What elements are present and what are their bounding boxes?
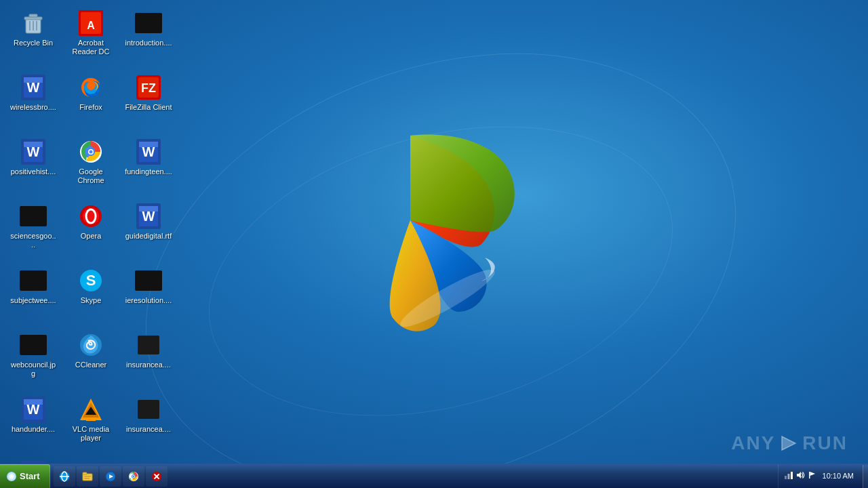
icon-sciencesgoo[interactable]: sciencesgoo....	[7, 200, 60, 261]
taskbar-security-button[interactable]	[146, 466, 167, 487]
icon-firefox[interactable]: Firefox	[64, 71, 117, 132]
subjectwee-icon	[20, 267, 47, 294]
icon-subjectwee[interactable]: subjectwee....	[7, 264, 60, 325]
icon-guidedigital[interactable]: W guidedigital.rtf	[122, 200, 175, 261]
svg-rect-13	[24, 77, 43, 83]
svg-rect-61	[84, 476, 91, 477]
icon-positivehist[interactable]: W positivehist....	[7, 136, 60, 197]
svg-point-0	[395, 262, 500, 334]
webcouncil-label: webcouncil.jpg	[9, 361, 57, 378]
taskbar-chrome-button[interactable]	[123, 466, 144, 487]
taskbar: Start	[0, 464, 868, 488]
svg-rect-74	[791, 472, 793, 479]
anyrun-text: ANY	[731, 432, 775, 454]
sound-tray-icon[interactable]	[795, 470, 805, 482]
svg-marker-75	[797, 472, 801, 479]
opera-icon	[77, 203, 104, 230]
firefox-label: Firefox	[79, 103, 102, 112]
opera-label: Opera	[81, 232, 102, 241]
anyrun-play-icon	[779, 434, 798, 453]
svg-point-27	[90, 150, 93, 154]
sciencesgoo-label: sciencesgoo....	[9, 232, 57, 249]
svg-point-68	[132, 475, 134, 476]
handunder-icon: W	[20, 396, 47, 423]
svg-rect-45	[24, 399, 43, 405]
svg-rect-62	[84, 478, 90, 479]
recycle-bin-label: Recycle Bin	[14, 39, 53, 47]
icon-recycle-bin[interactable]: Recycle Bin	[7, 7, 60, 68]
bg-swoosh-1	[85, 0, 797, 488]
introduction-label: introduction....	[125, 39, 172, 47]
icon-insurancea2[interactable]: insurancea....	[122, 393, 175, 454]
fundingteen-icon: W	[135, 138, 162, 165]
system-tray: 10:10 AM	[778, 464, 863, 489]
svg-text:S: S	[86, 272, 96, 289]
taskbar-media-button[interactable]	[100, 466, 121, 487]
webcouncil-icon	[20, 331, 47, 359]
taskbar-ie-button[interactable]	[54, 466, 75, 487]
svg-rect-50	[86, 420, 96, 421]
icon-insurancea1[interactable]: insurancea....	[122, 329, 175, 390]
vlc-label: VLC media player	[67, 425, 115, 443]
filezilla-label: FileZilla Client	[125, 103, 172, 112]
network-tray-icon[interactable]	[784, 470, 793, 482]
taskbar-explorer-button[interactable]	[77, 466, 98, 487]
svg-marker-77	[810, 472, 815, 476]
icon-introduction[interactable]: introduction....	[122, 7, 175, 68]
chrome-taskbar-icon	[127, 470, 140, 483]
desktop-icons-container: Recycle Bin A Acrobat Reader DC introduc…	[3, 3, 180, 488]
system-clock[interactable]: 10:10 AM	[819, 471, 857, 481]
insurancea1-icon	[135, 331, 162, 359]
icon-vlc[interactable]: VLC media player	[64, 393, 117, 454]
chrome-icon	[77, 138, 104, 165]
icon-handunder[interactable]: W handunder....	[7, 393, 60, 454]
desktop: Recycle Bin A Acrobat Reader DC introduc…	[0, 0, 868, 488]
skype-icon: S	[77, 267, 104, 294]
ccleaner-label: CCleaner	[75, 361, 106, 369]
chrome-label: Google Chrome	[67, 167, 115, 185]
ccleaner-icon	[77, 331, 104, 359]
ieresolution-icon	[135, 267, 162, 294]
insurancea2-icon	[135, 396, 162, 423]
icon-wirelessbro[interactable]: W wirelessbro....	[7, 71, 60, 132]
svg-rect-76	[809, 472, 810, 479]
svg-text:A: A	[87, 20, 95, 31]
ieresolution-label: ieresolution....	[125, 296, 172, 305]
icon-opera[interactable]: Opera	[64, 200, 117, 261]
svg-marker-55	[782, 436, 795, 450]
acrobat-label: Acrobat Reader DC	[67, 39, 115, 56]
svg-rect-3	[29, 14, 37, 17]
sciencesgoo-icon	[20, 203, 47, 230]
explorer-taskbar-icon	[81, 470, 94, 483]
handunder-label: handunder....	[12, 425, 55, 434]
svg-rect-60	[83, 472, 87, 474]
tray-icons	[784, 470, 816, 482]
svg-text:FZ: FZ	[141, 81, 156, 95]
icon-fundingteen[interactable]: W fundingteen....	[122, 136, 175, 197]
icon-acrobat[interactable]: A Acrobat Reader DC	[64, 7, 117, 68]
icon-webcouncil[interactable]: webcouncil.jpg	[7, 329, 60, 390]
subjectwee-label: subjectwee....	[10, 296, 56, 305]
icon-chrome[interactable]: Google Chrome	[64, 136, 117, 197]
svg-rect-73	[787, 474, 789, 479]
icon-ccleaner[interactable]: CCleaner	[64, 329, 117, 390]
start-label: Start	[20, 471, 40, 481]
icon-ieresolution[interactable]: ieresolution....	[122, 264, 175, 325]
start-button[interactable]: Start	[0, 464, 50, 489]
positivehist-icon: W	[20, 138, 47, 165]
recycle-bin-icon	[20, 9, 47, 37]
insurancea1-label: insurancea....	[126, 361, 171, 369]
svg-rect-22	[24, 142, 43, 147]
show-desktop-button[interactable]	[863, 465, 868, 488]
icon-skype[interactable]: S Skype	[64, 264, 117, 325]
notification-tray-icon[interactable]	[807, 470, 816, 482]
introduction-icon	[135, 9, 162, 37]
svg-rect-31	[139, 142, 158, 147]
guidedigital-icon: W	[135, 203, 162, 230]
icon-filezilla[interactable]: FZ FileZilla Client	[122, 71, 175, 132]
skype-label: Skype	[81, 296, 102, 305]
firefox-icon	[77, 74, 104, 101]
vlc-icon	[77, 396, 104, 423]
bg-swoosh-2	[176, 79, 705, 464]
positivehist-label: positivehist....	[11, 167, 56, 176]
